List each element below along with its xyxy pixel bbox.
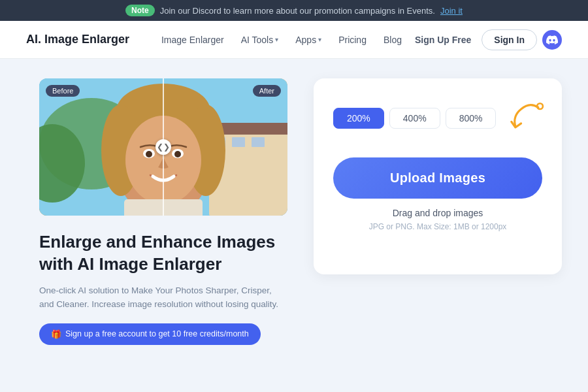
nav-link-ai-tools[interactable]: AI Tools ▾ [235, 31, 286, 49]
main-content: ❮❯ Before After Enlarge and Enhance Imag… [0, 59, 588, 365]
nav-item-blog[interactable]: Blog [377, 31, 408, 49]
file-info-text: JPG or PNG. Max Size: 1MB or 1200px [333, 222, 542, 231]
nav-item-image-enlarger[interactable]: Image Enlarger [155, 31, 231, 49]
nav-item-apps[interactable]: Apps ▾ [289, 31, 328, 49]
discord-icon[interactable] [542, 30, 562, 50]
drag-drop-text: Drag and drop images [333, 208, 542, 218]
upload-images-button[interactable]: Upload Images [333, 157, 542, 199]
free-signup-button[interactable]: 🎁 Sign up a free account to get 10 free … [39, 323, 261, 345]
svg-point-17 [174, 151, 181, 157]
navigation: AI. Image Enlarger Image Enlarger AI Too… [0, 21, 588, 59]
scale-800-button[interactable]: 800% [446, 108, 497, 129]
scale-options: 200% 400% 800% [333, 98, 542, 138]
arrow-doodle [501, 98, 547, 138]
scale-200-button[interactable]: 200% [333, 108, 384, 129]
chevron-down-icon: ▾ [275, 36, 278, 43]
nav-link-blog[interactable]: Blog [377, 31, 408, 49]
scale-400-button[interactable]: 400% [389, 108, 440, 129]
nav-link-apps[interactable]: Apps ▾ [289, 31, 328, 49]
signup-button[interactable]: Sign Up Free [408, 31, 478, 49]
signup-cta-label: Sign up a free account to get 10 free cr… [65, 329, 249, 338]
logo: AI. Image Enlarger [26, 33, 129, 46]
banner-message: Join our Discord to learn more about our… [160, 6, 435, 16]
signin-button[interactable]: Sign In [482, 29, 537, 50]
svg-point-16 [146, 151, 152, 157]
upload-card: 200% 400% 800% Upload Images Drag and dr… [314, 78, 562, 274]
before-badge: Before [46, 85, 80, 97]
image-compare: ❮❯ Before After [39, 78, 287, 216]
after-badge: After [253, 85, 281, 97]
hero-title: Enlarge and Enhance Images with AI Image… [39, 231, 287, 276]
nav-item-pricing[interactable]: Pricing [332, 31, 373, 49]
svg-rect-5 [232, 137, 245, 147]
right-section: 200% 400% 800% Upload Images Drag and dr… [314, 78, 562, 274]
left-section: ❮❯ Before After Enlarge and Enhance Imag… [39, 78, 287, 345]
svg-point-19 [538, 103, 544, 109]
svg-rect-6 [252, 137, 265, 147]
join-link[interactable]: Join it [440, 6, 463, 16]
nav-item-ai-tools[interactable]: AI Tools ▾ [235, 31, 286, 49]
nav-link-pricing[interactable]: Pricing [332, 31, 373, 49]
top-banner: Note Join our Discord to learn more abou… [0, 0, 588, 21]
chevron-down-icon: ▾ [318, 36, 321, 43]
gift-icon: 🎁 [51, 329, 61, 339]
hero-subtitle: One-click AI solution to Make Your Photo… [39, 284, 287, 312]
nav-link-image-enlarger[interactable]: Image Enlarger [155, 31, 231, 49]
divider-handle[interactable]: ❮❯ [155, 139, 171, 155]
nav-links: Image Enlarger AI Tools ▾ Apps ▾ Pricing… [155, 31, 408, 49]
note-badge: Note [125, 5, 155, 16]
